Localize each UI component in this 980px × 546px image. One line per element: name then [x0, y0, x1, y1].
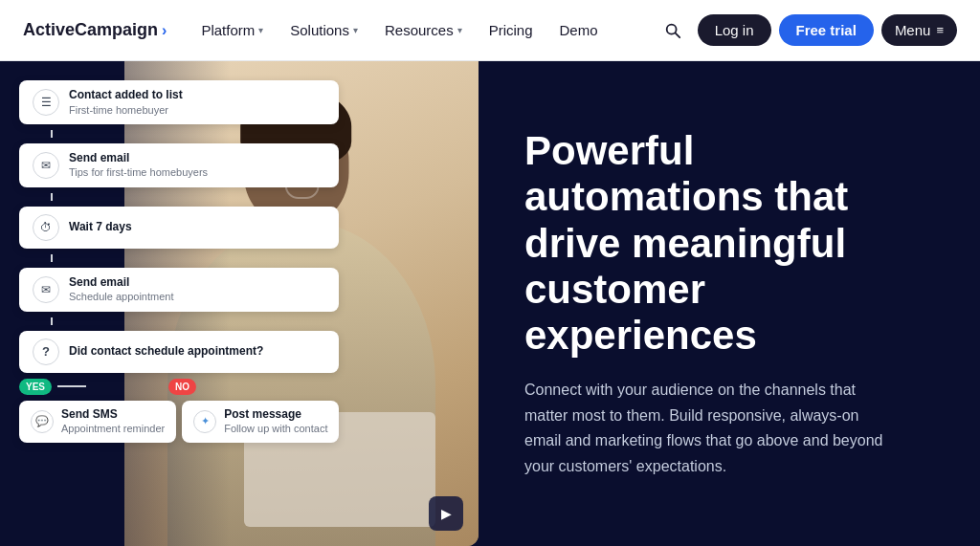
nav-items: Platform ▾ Solutions ▾ Resources ▾ Prici… — [189, 14, 647, 46]
play-button[interactable]: ▶ — [429, 496, 463, 531]
workflow-card-contact-added: ☰ Contact added to list First-time homeb… — [19, 80, 339, 124]
workflow-card-question: ? Did contact schedule appointment? — [19, 331, 339, 373]
nav-pricing[interactable]: Pricing — [478, 14, 545, 46]
clock-icon: ⏱ — [33, 214, 59, 241]
search-icon[interactable] — [656, 13, 690, 48]
left-panel: ☰ Contact added to list First-time homeb… — [0, 61, 479, 546]
workflow-card-sms: 💬 Send SMS Appointment reminder — [19, 401, 176, 443]
hero-headline: Powerful automations that drive meaningf… — [524, 128, 934, 359]
connector — [51, 317, 53, 325]
card-sub: Follow up with contact — [224, 422, 327, 435]
logo[interactable]: ActiveCampaign › — [23, 20, 167, 40]
workflow-card-send-email-1: ✉ Send email Tips for first-time homebuy… — [19, 143, 339, 187]
card-title: Did contact schedule appointment? — [69, 344, 263, 360]
logo-arrow: › — [162, 22, 167, 39]
workflow-card-post-message: ✦ Post message Follow up with contact — [182, 401, 339, 443]
question-icon: ? — [33, 339, 59, 365]
connector — [51, 254, 53, 262]
workflow-card-send-email-2: ✉ Send email Schedule appointment — [19, 268, 339, 312]
chevron-down-icon: ▾ — [457, 25, 462, 35]
chevron-down-icon: ▾ — [353, 25, 358, 35]
nav-resources[interactable]: Resources ▾ — [373, 14, 474, 46]
menu-icon: ≡ — [936, 23, 944, 37]
connector — [51, 193, 53, 201]
nav-demo[interactable]: Demo — [548, 14, 610, 46]
connector — [51, 130, 53, 138]
menu-button[interactable]: Menu ≡ — [881, 14, 957, 46]
hero-description: Connect with your audience on the channe… — [524, 378, 888, 479]
card-title: Contact added to list — [69, 88, 183, 103]
login-button[interactable]: Log in — [698, 14, 771, 46]
logo-text: ActiveCampaign — [23, 20, 158, 40]
email-icon: ✉ — [33, 276, 59, 303]
bottom-cards: 💬 Send SMS Appointment reminder ✦ Post m… — [19, 401, 339, 443]
right-panel: Powerful automations that drive meaningf… — [479, 61, 980, 546]
navbar: ActiveCampaign › Platform ▾ Solutions ▾ … — [0, 0, 980, 61]
svg-line-1 — [675, 33, 679, 37]
main-content: ☰ Contact added to list First-time homeb… — [0, 61, 980, 546]
yes-badge: YES — [19, 379, 52, 395]
free-trial-button[interactable]: Free trial — [779, 14, 874, 46]
chevron-down-icon: ▾ — [258, 25, 263, 35]
nav-right: Log in Free trial Menu ≡ — [656, 13, 957, 48]
no-badge: NO — [168, 379, 196, 395]
workflow: ☰ Contact added to list First-time homeb… — [19, 80, 339, 443]
card-title: Send email — [69, 151, 208, 166]
sms-icon: 💬 — [31, 410, 54, 433]
branch-row: YES NO — [19, 379, 339, 395]
card-title: Send email — [69, 275, 173, 291]
list-icon: ☰ — [33, 89, 59, 116]
nav-platform[interactable]: Platform ▾ — [189, 14, 275, 46]
slack-icon: ✦ — [193, 410, 216, 433]
card-title: Post message — [224, 407, 327, 423]
workflow-card-wait: ⏱ Wait 7 days — [19, 207, 339, 249]
card-sub: First-time homebuyer — [69, 103, 183, 117]
card-sub: Schedule appointment — [69, 290, 173, 303]
card-title: Send SMS — [61, 407, 165, 423]
nav-solutions[interactable]: Solutions ▾ — [278, 14, 369, 46]
email-icon: ✉ — [33, 152, 59, 179]
card-sub: Tips for first-time homebuyers — [69, 165, 208, 179]
card-sub: Appointment reminder — [61, 422, 165, 435]
card-title: Wait 7 days — [69, 220, 132, 235]
